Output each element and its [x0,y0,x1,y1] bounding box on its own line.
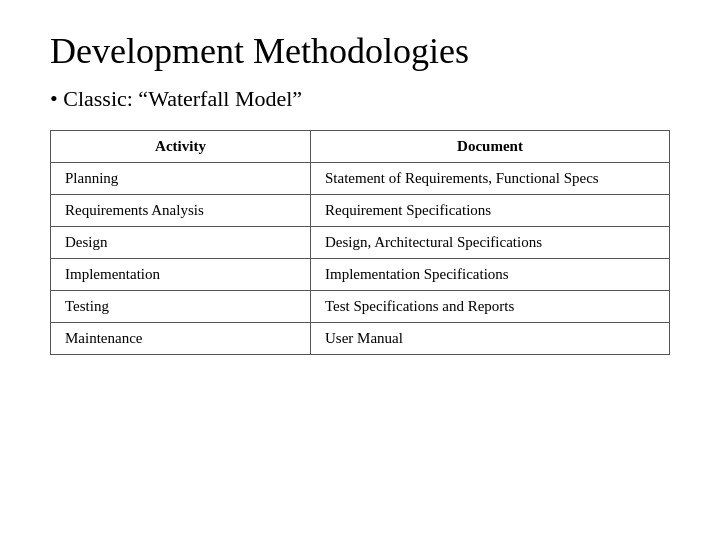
cell-activity: Planning [51,163,311,195]
waterfall-table: Activity Document PlanningStatement of R… [50,130,670,355]
cell-document: Test Specifications and Reports [310,291,669,323]
table-row: DesignDesign, Architectural Specificatio… [51,227,670,259]
cell-document: Implementation Specifications [310,259,669,291]
cell-activity: Testing [51,291,311,323]
cell-document: User Manual [310,323,669,355]
cell-activity: Maintenance [51,323,311,355]
subtitle: • Classic: “Waterfall Model” [50,86,670,112]
table-row: PlanningStatement of Requirements, Funct… [51,163,670,195]
header-activity: Activity [51,131,311,163]
subtitle-text: Classic: “Waterfall Model” [63,86,302,111]
cell-document: Requirement Specifications [310,195,669,227]
cell-activity: Requirements Analysis [51,195,311,227]
bullet: • [50,86,58,111]
cell-activity: Design [51,227,311,259]
table-row: Requirements AnalysisRequirement Specifi… [51,195,670,227]
table-row: MaintenanceUser Manual [51,323,670,355]
cell-document: Design, Architectural Specifications [310,227,669,259]
table-header-row: Activity Document [51,131,670,163]
page-title: Development Methodologies [50,30,670,72]
cell-document: Statement of Requirements, Functional Sp… [310,163,669,195]
table-row: ImplementationImplementation Specificati… [51,259,670,291]
table-row: TestingTest Specifications and Reports [51,291,670,323]
header-document: Document [310,131,669,163]
cell-activity: Implementation [51,259,311,291]
